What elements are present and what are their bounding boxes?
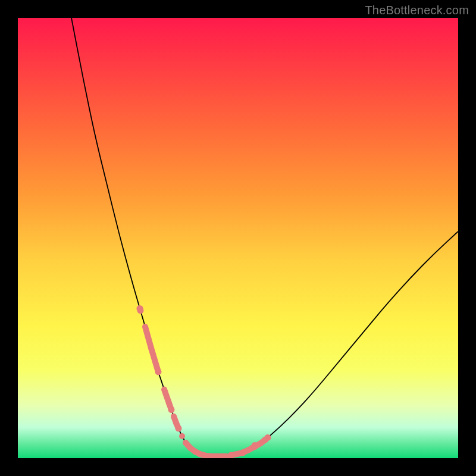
data-markers xyxy=(137,305,271,458)
marker-dot xyxy=(137,305,143,312)
marker-dot xyxy=(155,368,162,375)
marker-dot xyxy=(265,434,271,441)
bottleneck-curve xyxy=(71,18,458,456)
marker-dot xyxy=(168,406,175,413)
chart-area xyxy=(18,18,458,458)
marker-dot xyxy=(176,425,182,432)
marker-dash xyxy=(145,327,151,348)
watermark-text: TheBottleneck.com xyxy=(365,4,469,17)
marker-dot xyxy=(252,442,258,449)
plot-svg xyxy=(18,18,458,458)
marker-dash xyxy=(151,348,158,372)
